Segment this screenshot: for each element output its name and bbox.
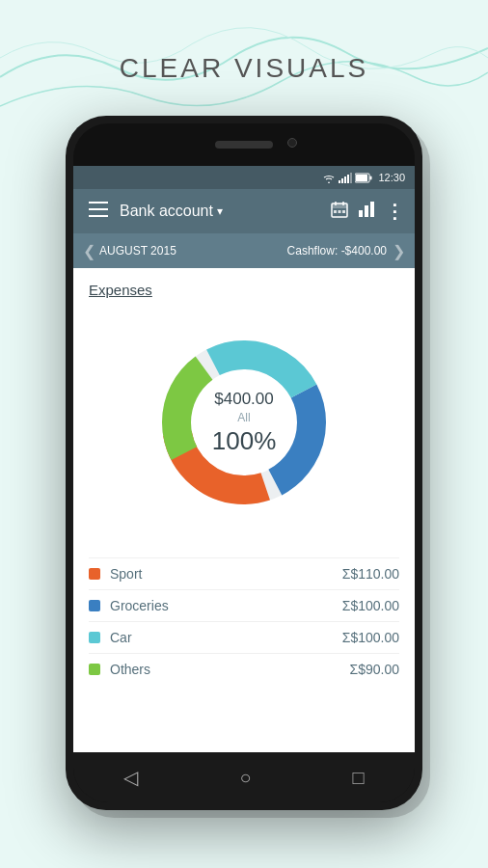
back-button[interactable]: ◁ — [123, 766, 138, 789]
legend-dot — [89, 568, 100, 580]
chart-container: $400.00 All 100% — [73, 307, 415, 548]
legend-value: Σ$90.00 — [350, 662, 399, 677]
svg-rect-4 — [350, 173, 352, 183]
recent-apps-button[interactable]: □ — [352, 767, 364, 789]
donut-amount: $400.00 — [212, 390, 277, 409]
home-button[interactable]: ○ — [239, 767, 251, 789]
legend-value: Σ$100.00 — [342, 630, 399, 645]
month-label: AUGUST 2015 — [95, 244, 287, 258]
section-title: Expenses — [89, 282, 152, 298]
content-area: Expenses — [73, 268, 415, 752]
phone-camera — [287, 138, 297, 148]
svg-rect-17 — [342, 210, 345, 213]
svg-rect-10 — [89, 215, 108, 217]
navigation-bar: ❮ AUGUST 2015 Cashflow: -$400.00 ❯ — [73, 233, 415, 268]
legend-value: Σ$110.00 — [342, 566, 399, 582]
legend-name: Others — [110, 662, 350, 677]
svg-rect-3 — [347, 175, 349, 183]
donut-label: All — [212, 411, 277, 424]
svg-rect-7 — [356, 175, 367, 181]
wifi-icon — [322, 173, 336, 183]
page-title: CLEAR VISUALS — [0, 53, 488, 84]
svg-rect-15 — [334, 210, 337, 213]
legend-dot — [89, 600, 100, 611]
svg-rect-20 — [370, 202, 374, 217]
legend-name: Car — [110, 630, 342, 645]
donut-percent: 100% — [212, 426, 277, 456]
svg-rect-1 — [341, 178, 343, 183]
chart-legend: Sport Σ$110.00 Groceries Σ$100.00 Car Σ$… — [73, 548, 415, 694]
battery-icon — [355, 173, 372, 183]
cashflow-text: Cashflow: — [287, 244, 339, 258]
calendar-button[interactable] — [331, 201, 348, 222]
svg-rect-12 — [332, 203, 347, 208]
phone-speaker — [215, 141, 273, 149]
calendar-icon — [331, 201, 348, 218]
legend-item: Sport Σ$110.00 — [89, 557, 399, 589]
legend-dot — [89, 664, 100, 675]
cashflow-value: -$400.00 — [341, 244, 387, 258]
content-header: Expenses — [73, 268, 415, 307]
svg-rect-16 — [339, 210, 341, 213]
bar-chart-icon — [358, 201, 375, 218]
svg-rect-8 — [89, 202, 108, 203]
legend-dot — [89, 632, 100, 643]
donut-chart: $400.00 All 100% — [138, 316, 350, 529]
account-name-label: Bank account — [120, 203, 213, 220]
svg-rect-18 — [359, 210, 363, 217]
svg-rect-19 — [365, 205, 368, 217]
chart-button[interactable] — [358, 201, 375, 222]
prev-month-button[interactable]: ❮ — [83, 242, 95, 260]
svg-rect-9 — [89, 208, 108, 210]
status-time: 12:30 — [378, 172, 405, 183]
phone-nav-bar: ◁ ○ □ — [73, 752, 415, 802]
toolbar-actions: ⋮ — [331, 200, 403, 223]
svg-rect-2 — [344, 176, 346, 183]
hamburger-icon — [89, 202, 108, 217]
toolbar: Bank account ▾ — [73, 189, 415, 233]
legend-item: Car Σ$100.00 — [89, 621, 399, 653]
status-icons — [322, 173, 372, 183]
legend-name: Groceries — [110, 598, 342, 613]
svg-rect-0 — [339, 180, 340, 183]
phone-screen: 12:30 Bank account ▾ — [73, 166, 415, 752]
status-bar: 12:30 — [73, 166, 415, 189]
cashflow-label: Cashflow: -$400.00 — [287, 244, 387, 258]
dropdown-icon: ▾ — [217, 204, 223, 218]
svg-rect-6 — [370, 176, 372, 179]
legend-item: Others Σ$90.00 — [89, 653, 399, 685]
donut-center-info: $400.00 All 100% — [212, 390, 277, 456]
signal-icon — [339, 173, 352, 183]
legend-value: Σ$100.00 — [342, 598, 399, 613]
more-button[interactable]: ⋮ — [385, 200, 403, 223]
next-month-button[interactable]: ❯ — [393, 242, 405, 260]
legend-item: Groceries Σ$100.00 — [89, 589, 399, 621]
menu-button[interactable] — [85, 198, 112, 226]
legend-name: Sport — [110, 566, 342, 582]
phone-inner: 12:30 Bank account ▾ — [73, 123, 415, 802]
toolbar-title-area[interactable]: Bank account ▾ — [120, 203, 323, 220]
phone-shell: 12:30 Bank account ▾ — [66, 116, 422, 810]
